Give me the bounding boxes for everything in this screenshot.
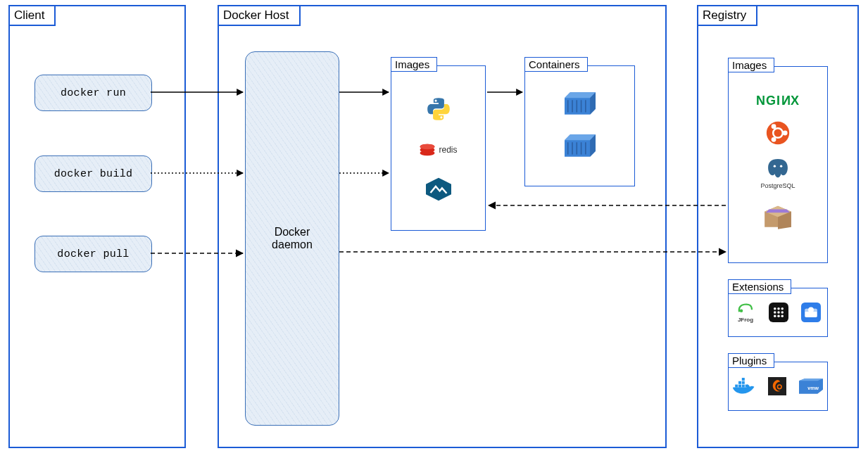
svg-point-40 [774,315,776,318]
svg-point-38 [777,311,780,314]
docker-host-title: Docker Host [219,6,301,26]
ubuntu-icon [766,121,790,145]
svg-point-25 [772,137,776,142]
python-icon [425,96,452,122]
cmd-docker-pull: docker pull [34,236,152,272]
svg-point-24 [772,124,776,129]
svg-text:vmw: vmw [807,386,819,390]
svg-point-27 [780,165,782,167]
host-containers-label: Containers [524,57,588,72]
svg-point-26 [774,165,776,167]
svg-point-36 [781,307,784,310]
registry-extensions-label: Extensions [728,279,791,294]
host-images-box: redis [391,65,486,231]
svg-marker-30 [766,210,791,213]
container-icon [565,91,596,115]
docker-architecture-diagram: Client docker run docker build docker pu… [0,0,868,458]
container-icon [565,134,596,158]
cmd-text: docker build [54,168,133,180]
vmware-icon: vmw [799,378,823,395]
registry-images-box: NGINX PostgreSQL [728,66,828,263]
docker-daemon-label: Docker daemon [272,226,313,251]
svg-point-39 [781,311,784,314]
cmd-docker-run: docker run [34,75,152,111]
portainer-icon [769,303,788,322]
registry-images-label: Images [728,58,774,72]
svg-rect-52 [742,381,745,384]
svg-point-35 [777,307,780,310]
package-icon [762,202,793,230]
registry-plugins-box: vmw [728,362,828,411]
snyk-icon [801,303,821,322]
grafana-icon [768,377,786,395]
svg-point-37 [774,311,776,314]
client-title: Client [10,6,56,26]
redis-icon: redis [419,142,457,158]
nginx-icon: NGINX [756,94,800,108]
svg-point-32 [740,310,743,313]
svg-point-3 [420,144,435,150]
svg-rect-49 [742,385,745,388]
svg-point-34 [774,307,776,310]
registry-extensions-box: JFrog [728,288,828,337]
host-images-label: Images [391,57,437,72]
alpine-icon [426,177,451,201]
svg-rect-51 [738,381,741,384]
cmd-docker-build: docker build [34,155,152,192]
registry-plugins-label: Plugins [728,353,774,368]
svg-point-46 [808,307,814,313]
svg-rect-48 [738,385,741,388]
svg-point-23 [783,131,788,136]
cmd-text: docker pull [57,248,129,260]
cmd-text: docker run [61,87,126,99]
registry-title: Registry [698,6,757,26]
postgresql-icon: PostgreSQL [760,158,795,189]
svg-rect-53 [742,378,745,381]
svg-rect-47 [735,385,738,388]
docker-plugin-icon [733,377,755,395]
jfrog-icon: JFrog [735,302,756,323]
svg-point-41 [777,315,780,318]
docker-daemon-box: Docker daemon [245,51,339,426]
svg-point-42 [781,315,784,318]
client-panel: Client [8,5,186,448]
host-containers-box [524,65,635,186]
